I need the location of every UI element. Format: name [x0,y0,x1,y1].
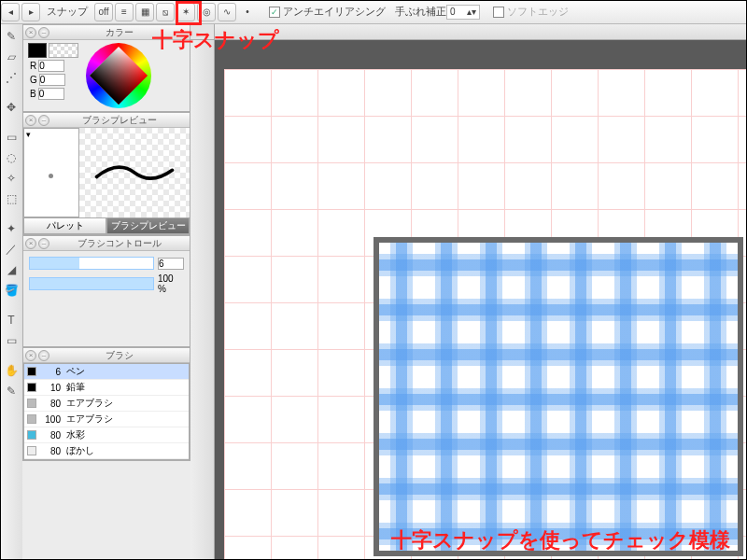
annotation-title: 十字スナップ [152,26,279,54]
ruler-horizontal[interactable] [215,24,747,40]
minimize-icon[interactable]: – [38,27,49,38]
text-tool-icon[interactable]: T [3,310,20,330]
brush-panel-title: ブラシ [51,349,188,362]
close-icon[interactable]: × [25,238,36,249]
brush2-tool-icon[interactable]: ／ [3,239,20,259]
snap-circle-icon[interactable]: ◎ [197,3,216,21]
brush-control-panel: × – ブラシコントロール 100 % [22,235,190,347]
g-input[interactable] [39,74,65,86]
tab-palette[interactable]: パレット [23,217,106,234]
preview-panel-title: ブラシプレビュー [51,114,188,127]
close-icon[interactable]: × [25,350,36,361]
brush-panel: × – ブラシ 6ペン10鉛筆80エアブラシ100エアブラシ80水彩80ぼかし [22,347,190,461]
move-tool-icon[interactable]: ✥ [3,97,20,118]
bucket-tool-icon[interactable]: 🪣 [3,280,20,301]
canvas[interactable] [224,69,747,560]
pen-tool-icon[interactable]: ✎ [3,26,20,47]
wand-tool-icon[interactable]: ✧ [3,168,20,189]
snap-dot-icon[interactable]: • [238,3,257,21]
eraser-tool-icon[interactable]: ▱ [3,47,20,67]
opacity-value: 100 % [158,273,184,294]
hand-tool-icon[interactable]: ✋ [3,360,20,381]
close-icon[interactable]: × [25,115,36,126]
preview-panel: × – ブラシプレビュー ▾ パレット ブラシプレビュー [22,112,190,235]
stabilizer-label: 手ぶれ補正 [395,5,446,19]
minimize-icon[interactable]: – [38,238,49,249]
artwork-frame [374,237,743,556]
stabilizer-spinner[interactable]: 0▴▾ [446,5,480,20]
softedge-checkbox[interactable] [493,7,504,18]
tool-column: ✎ ▱ ⋰ ✥ ▭ ◌ ✧ ⬚ ✦ ／ ◢ 🪣 T ▭ ✋ ✎ [0,24,22,560]
antialias-label: アンチエイリアシング [283,5,386,19]
brush-row[interactable]: 100エアブラシ [24,412,189,427]
softedge-label: ソフトエッジ [507,5,569,19]
snap-cross-icon[interactable]: ▦ [135,3,154,21]
brush-row[interactable]: 80水彩 [24,427,189,443]
top-toolbar: ◂ ▸ スナップ off ≡ ▦ ⧅ ✶ ◎ ∿ • ✓ アンチエイリアシング … [0,0,747,24]
snap-radial-icon[interactable]: ✶ [176,3,195,21]
minimize-icon[interactable]: – [38,350,49,361]
brush-row[interactable]: 6ペン [24,364,189,380]
snap-off-button[interactable]: off [94,3,113,21]
check-pattern [379,243,738,551]
r-input[interactable] [38,60,64,72]
snap-label: スナップ [47,5,88,19]
antialias-checkbox[interactable]: ✓ [269,7,280,18]
brush-row[interactable]: 80エアブラシ [24,396,189,412]
snap-parallel-icon[interactable]: ≡ [115,3,134,21]
nav-left-icon[interactable]: ◂ [1,3,20,21]
select-tool-icon[interactable]: ⬚ [3,189,20,209]
dots-tool-icon[interactable]: ⋰ [3,67,20,88]
ruler-vertical[interactable] [190,40,215,560]
size-slider[interactable] [29,257,154,270]
rect-tool-icon[interactable]: ▭ [3,127,20,147]
eyedrop-tool-icon[interactable]: ✎ [3,381,20,401]
size-value[interactable] [158,258,184,270]
minimize-icon[interactable]: – [38,115,49,126]
annotation-caption: 十字スナップを使ってチェック模様 [391,526,730,554]
opacity-slider[interactable] [29,277,154,290]
color-wheel[interactable] [86,43,151,108]
side-panels: × – カラー R G B × – ブラシプレビュー [22,24,190,560]
gradient-tool-icon[interactable]: ◢ [3,259,20,280]
tab-brush-preview[interactable]: ブラシプレビュー [106,217,190,234]
brush-row[interactable]: 10鉛筆 [24,380,189,396]
sparkle-tool-icon[interactable]: ✦ [3,218,20,239]
nav-right-icon[interactable]: ▸ [21,3,40,21]
brush-row[interactable]: 80ぼかし [24,443,189,459]
foreground-swatch[interactable] [28,43,47,58]
control-panel-title: ブラシコントロール [51,237,188,250]
snap-curve-icon[interactable]: ∿ [218,3,236,21]
brush-preview [79,128,190,217]
snap-vanish-icon[interactable]: ⧅ [156,3,175,21]
brush-list: 6ペン10鉛筆80エアブラシ100エアブラシ80水彩80ぼかし [23,363,190,460]
lasso-tool-icon[interactable]: ◌ [3,147,20,168]
b-input[interactable] [38,88,64,100]
canvas-area [190,24,747,560]
background-swatch[interactable] [49,43,78,58]
palette-area[interactable]: ▾ [23,128,79,217]
shape-tool-icon[interactable]: ▭ [3,330,20,351]
close-icon[interactable]: × [25,27,36,38]
